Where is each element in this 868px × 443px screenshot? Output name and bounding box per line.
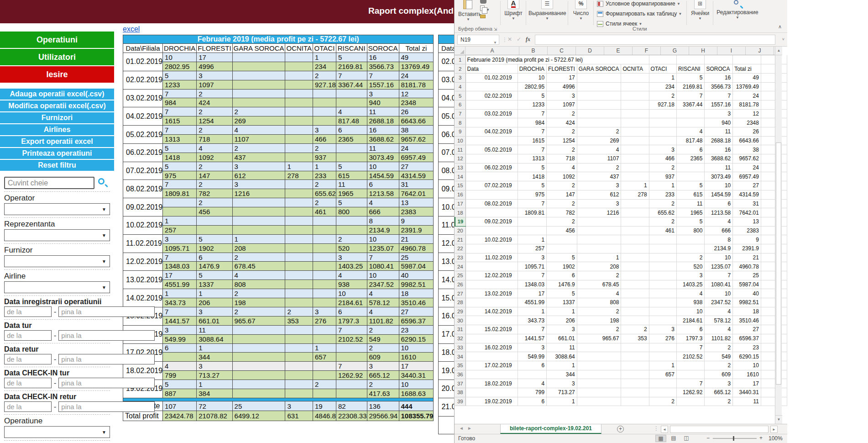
cell[interactable]: 718 [547, 154, 577, 163]
cell[interactable] [621, 109, 649, 118]
row-header-33[interactable]: 33 [455, 343, 465, 352]
cell[interactable]: 10.02.2019 [465, 235, 518, 244]
cell[interactable] [761, 289, 787, 298]
cell[interactable] [761, 154, 787, 163]
scrollbar-thumb[interactable] [776, 142, 781, 385]
cell[interactable] [649, 289, 676, 298]
sidebar-button-printeaza-operatiuni[interactable]: Printeaza operatiuni [0, 148, 114, 159]
cell[interactable]: 13769.49 [733, 82, 761, 91]
cell[interactable]: 782 [547, 208, 577, 217]
cell[interactable] [649, 379, 676, 388]
cell[interactable]: 609 [705, 370, 733, 379]
cell[interactable]: 27 [733, 181, 761, 190]
cell[interactable] [621, 127, 649, 137]
cell[interactable] [621, 379, 649, 388]
cell[interactable]: 2 [547, 199, 577, 208]
row-header-14[interactable]: 14 [455, 172, 465, 181]
cell[interactable] [733, 55, 761, 64]
search-input[interactable] [4, 177, 94, 189]
row-header-4[interactable]: 4 [455, 82, 465, 91]
cell[interactable] [649, 109, 676, 118]
cell[interactable] [649, 298, 676, 307]
cell[interactable]: 15.02.2019 [465, 325, 518, 334]
row-header-25[interactable]: 25 [455, 271, 465, 280]
cell[interactable]: 208 [577, 262, 621, 271]
column-header-G[interactable]: G [661, 47, 689, 55]
cell[interactable]: 233 [649, 190, 676, 199]
cell[interactable] [621, 136, 649, 145]
cell[interactable] [577, 100, 621, 109]
cell[interactable]: 2 [649, 163, 676, 172]
cell[interactable]: 2 [705, 343, 733, 352]
date-to-input[interactable] [58, 354, 155, 364]
cell[interactable]: 7 [518, 109, 546, 118]
cell[interactable]: 1 [547, 307, 577, 316]
number-group-button[interactable]: % Число ▼ [570, 0, 591, 21]
cell[interactable]: 17 [733, 379, 761, 388]
cell[interactable] [621, 289, 649, 298]
cell[interactable]: 3 [518, 253, 546, 262]
cell[interactable]: 578.12 [705, 316, 733, 325]
format-as-table-button[interactable]: Форматировать как таблицу ▼ [597, 9, 685, 19]
cell[interactable] [761, 100, 787, 109]
cell[interactable] [761, 73, 787, 82]
row-header-12[interactable]: 12 [455, 154, 465, 163]
cell[interactable]: 713.27 [547, 388, 577, 397]
cell[interactable] [676, 118, 705, 127]
cell[interactable]: 2 [676, 253, 705, 262]
column-header-B[interactable]: B [519, 47, 548, 55]
cell[interactable] [761, 235, 787, 244]
cell[interactable] [621, 118, 649, 127]
cell[interactable] [649, 55, 676, 64]
cell[interactable] [649, 127, 676, 137]
cell[interactable]: 9657.62 [733, 154, 761, 163]
cell[interactable] [649, 280, 676, 289]
cell[interactable]: 456 [547, 226, 577, 235]
cell[interactable]: 1403.25 [676, 280, 705, 289]
cell[interactable]: 5 [676, 217, 705, 226]
cell[interactable]: 12 [733, 109, 761, 118]
cell[interactable]: GARA SOROCA [577, 64, 621, 74]
cell[interactable]: 2347.52 [705, 298, 733, 307]
cell[interactable]: 817.48 [676, 136, 705, 145]
cell[interactable] [621, 145, 649, 154]
cell[interactable]: 799 [518, 388, 546, 397]
row-header-5[interactable]: 5 [455, 91, 465, 100]
cell[interactable] [621, 82, 649, 91]
cell[interactable]: 7 [676, 343, 705, 352]
vertical-scrollbar[interactable]: ▲ ▼ [775, 47, 782, 424]
cell[interactable]: 5987.04 [733, 280, 761, 289]
cell[interactable] [676, 235, 705, 244]
cell[interactable]: 4 [676, 289, 705, 298]
cell[interactable]: FLORESTI [547, 64, 577, 74]
date-from-input[interactable] [4, 354, 52, 364]
cell[interactable] [649, 235, 676, 244]
cell[interactable] [465, 352, 518, 361]
cell[interactable] [621, 208, 649, 217]
expand-formula-bar-icon[interactable]: ˅ [782, 37, 784, 42]
cell[interactable] [621, 343, 649, 352]
cell[interactable]: 19.02.2019 [465, 397, 518, 406]
cell[interactable] [761, 379, 787, 388]
cell[interactable]: 1080.41 [705, 280, 733, 289]
cell[interactable] [649, 262, 676, 271]
cell[interactable]: 975 [518, 190, 546, 199]
cell[interactable]: 2 [547, 109, 577, 118]
cell[interactable]: 2348 [733, 118, 761, 127]
sidebar-button-utilizatori[interactable]: Utilizatori [0, 49, 114, 65]
cell[interactable]: 18 [733, 307, 761, 316]
cell[interactable]: 2 [649, 199, 676, 208]
find-icon[interactable] [480, 0, 486, 4]
cell[interactable]: 3367.44 [676, 100, 705, 109]
zoom-slider[interactable] [713, 438, 757, 439]
cell[interactable] [761, 145, 787, 154]
cell[interactable]: 1 [518, 307, 546, 316]
row-header-10[interactable]: 10 [455, 136, 465, 145]
row-header-8[interactable]: 8 [455, 118, 465, 127]
cell[interactable] [621, 253, 649, 262]
cell[interactable]: 6 [676, 325, 705, 334]
cell[interactable]: 3566.73 [705, 82, 733, 91]
cell[interactable]: 1 [649, 73, 676, 82]
cell[interactable]: 1101.82 [705, 334, 733, 343]
cell[interactable]: 343.73 [518, 316, 546, 325]
